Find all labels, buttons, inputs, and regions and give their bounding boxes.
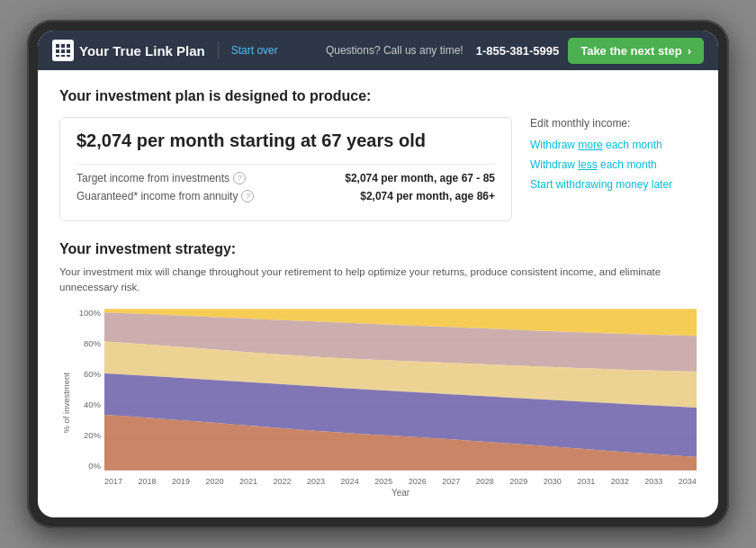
y-label-40: 40% <box>72 400 101 409</box>
x-label-2018: 2018 <box>139 477 157 486</box>
target-income-label: Target income from investments ? <box>76 172 246 184</box>
target-income-value: $2,074 per month, age 67 - 85 <box>345 172 495 184</box>
x-label-2029: 2029 <box>509 477 527 486</box>
annuity-income-label: Guaranteed* income from annuity ? <box>76 190 254 202</box>
income-row-target: Target income from investments ? $2,074 … <box>76 172 495 184</box>
x-label-2021: 2021 <box>239 477 257 486</box>
withdraw-more-link[interactable]: Withdraw more each month <box>530 139 697 151</box>
investment-heading: Your investment plan is designed to prod… <box>59 88 697 104</box>
tablet-frame: Your True Link Plan Start over Questions… <box>27 20 729 528</box>
target-income-text: Target income from investments <box>76 172 230 184</box>
x-label-2034: 2034 <box>679 477 697 486</box>
x-axis-title: Year <box>104 488 697 498</box>
x-label-2026: 2026 <box>409 477 427 486</box>
y-axis-title: % of investment <box>61 373 71 434</box>
income-row-annuity: Guaranteed* income from annuity ? $2,074… <box>76 190 495 202</box>
y-label-100: 100% <box>72 309 101 318</box>
y-axis-labels: 0% 20% 40% 60% 80% 100% <box>72 309 104 471</box>
x-label-2030: 2030 <box>544 477 562 486</box>
annuity-income-text: Guaranteed* income from annuity <box>76 190 238 202</box>
logo-svg <box>55 42 71 58</box>
x-label-2033: 2033 <box>644 477 662 486</box>
y-label-60: 60% <box>72 370 101 379</box>
y-label-80: 80% <box>72 339 101 348</box>
header-divider <box>218 41 219 59</box>
strategy-description: Your investment mix will change througho… <box>59 265 697 296</box>
x-axis-labels: 2017 2018 2019 2020 2021 2022 2023 2024 … <box>104 477 697 486</box>
strategy-heading: Your investment strategy: <box>59 241 697 257</box>
withdraw-less-link[interactable]: Withdraw less each month <box>530 158 697 171</box>
svg-rect-7 <box>61 55 65 57</box>
logo-icon <box>52 40 74 61</box>
chart-main: 2017 2018 2019 2020 2021 2022 2023 2024 … <box>104 309 697 498</box>
content-area: Your investment plan is designed to prod… <box>38 70 718 517</box>
svg-rect-5 <box>67 49 70 53</box>
income-box: $2,074 per month starting at 67 years ol… <box>59 117 512 221</box>
x-label-2022: 2022 <box>274 477 292 486</box>
svg-rect-4 <box>61 49 65 53</box>
annuity-income-help-icon[interactable]: ? <box>241 190 254 202</box>
y-label-0: 0% <box>72 462 101 471</box>
phone-number: 1-855-381-5995 <box>476 44 560 58</box>
income-main-value: $2,074 per month starting at 67 years ol… <box>76 130 495 151</box>
x-label-2025: 2025 <box>374 477 392 486</box>
y-axis-title-wrap: % of investment <box>59 309 72 498</box>
edit-monthly-panel: Edit monthly income: Withdraw more each … <box>530 117 697 221</box>
svg-rect-3 <box>56 49 59 53</box>
chart-svg <box>104 309 697 471</box>
start-later-link[interactable]: Start withdrawing money later <box>530 178 697 191</box>
x-label-2028: 2028 <box>476 477 494 486</box>
x-label-2024: 2024 <box>341 477 359 486</box>
income-panel: $2,074 per month starting at 67 years ol… <box>59 117 697 221</box>
svg-rect-0 <box>56 44 59 48</box>
tablet-screen: Your True Link Plan Start over Questions… <box>38 31 718 517</box>
next-step-label: Take the next step <box>580 44 681 58</box>
annuity-income-value: $2,074 per month, age 86+ <box>360 190 495 202</box>
x-label-2020: 2020 <box>206 477 224 486</box>
logo: Your True Link Plan <box>52 40 205 61</box>
start-over-button[interactable]: Start over <box>231 44 278 57</box>
x-label-2031: 2031 <box>577 477 595 486</box>
header: Your True Link Plan Start over Questions… <box>38 31 718 70</box>
x-label-2023: 2023 <box>307 477 325 486</box>
svg-rect-2 <box>67 44 70 48</box>
x-label-2019: 2019 <box>172 477 190 486</box>
svg-rect-8 <box>67 55 70 57</box>
target-income-help-icon[interactable]: ? <box>233 172 246 184</box>
svg-rect-6 <box>56 55 59 57</box>
svg-rect-1 <box>61 44 65 48</box>
edit-title: Edit monthly income: <box>530 117 697 130</box>
income-divider <box>76 164 495 165</box>
questions-text: Questions? Call us any time! <box>326 44 464 57</box>
next-step-arrow: › <box>688 44 691 58</box>
x-label-2027: 2027 <box>442 477 460 486</box>
header-title: Your True Link Plan <box>79 43 205 58</box>
y-label-20: 20% <box>72 431 101 440</box>
next-step-button[interactable]: Take the next step › <box>568 38 704 64</box>
x-label-2032: 2032 <box>611 477 629 486</box>
chart-wrapper: % of investment 0% 20% 40% 60% 80% 100% <box>59 309 697 498</box>
x-label-2017: 2017 <box>104 477 122 486</box>
